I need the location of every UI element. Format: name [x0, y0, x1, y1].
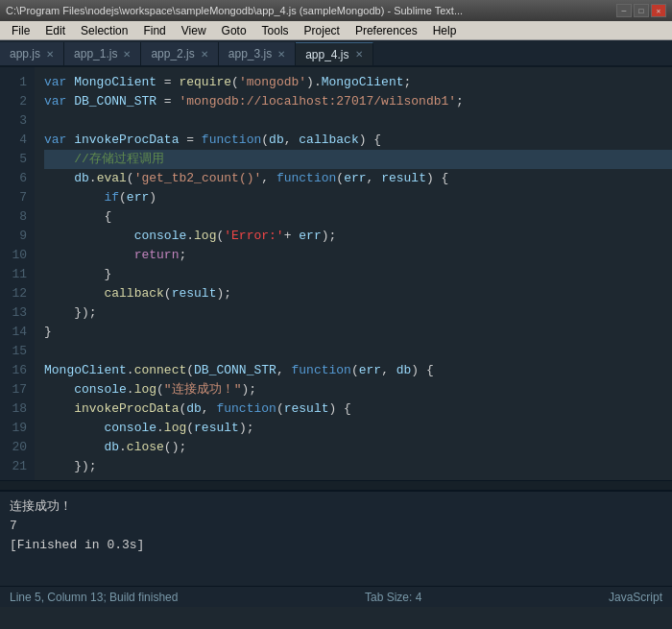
- output-panel: 连接成功！ 7 [Finished in 0.3s]: [0, 490, 672, 586]
- tab-app4-js[interactable]: app_4.js ✕: [296, 42, 372, 65]
- tab-app3-js[interactable]: app_3.js ✕: [219, 42, 296, 65]
- code-line-22: });: [44, 476, 672, 480]
- window-controls[interactable]: ─ □ ✕: [616, 4, 666, 17]
- tab-close-app1-js[interactable]: ✕: [123, 49, 131, 60]
- tab-app2-js[interactable]: app_2.js ✕: [141, 42, 218, 65]
- menu-bar: File Edit Selection Find View Goto Tools…: [0, 21, 672, 40]
- menu-selection[interactable]: Selection: [73, 23, 135, 38]
- line-numbers: 1 2 3 4 5 6 7 8 9 10 11 12 13 14 15 16 1…: [0, 67, 35, 480]
- menu-view[interactable]: View: [174, 23, 214, 38]
- code-line-16: MongoClient.connect(DB_CONN_STR, functio…: [44, 361, 672, 380]
- code-line-20: db.close();: [44, 438, 672, 457]
- tab-close-app2-js[interactable]: ✕: [201, 49, 208, 60]
- code-line-9: console.log('Error:'+ err);: [44, 227, 672, 246]
- maximize-button[interactable]: □: [634, 4, 649, 17]
- code-line-7: if(err): [44, 188, 672, 207]
- editor-area: 1 2 3 4 5 6 7 8 9 10 11 12 13 14 15 16 1…: [0, 67, 672, 480]
- code-line-18: invokeProcData(db, function(result) {: [44, 399, 672, 419]
- code-line-15: [44, 342, 672, 361]
- status-bar: Line 5, Column 13; Build finished Tab Si…: [0, 586, 672, 607]
- menu-find[interactable]: Find: [135, 23, 173, 38]
- scrollbar[interactable]: [0, 480, 672, 490]
- menu-goto[interactable]: Goto: [214, 23, 254, 38]
- code-line-3: [44, 111, 672, 131]
- code-line-14: }: [44, 323, 672, 342]
- tab-bar: app.js ✕ app_1.js ✕ app_2.js ✕ app_3.js …: [0, 40, 672, 67]
- status-middle: Tab Size: 4: [365, 591, 421, 604]
- code-editor[interactable]: var MongoClient = require('mongodb').Mon…: [35, 67, 672, 480]
- menu-preferences[interactable]: Preferences: [348, 23, 425, 38]
- tab-close-app4-js[interactable]: ✕: [355, 49, 363, 60]
- menu-help[interactable]: Help: [425, 23, 465, 38]
- output-line-1: 连接成功！: [10, 497, 662, 517]
- code-line-13: });: [44, 303, 672, 323]
- code-line-17: console.log("连接成功！");: [44, 380, 672, 399]
- code-container[interactable]: 1 2 3 4 5 6 7 8 9 10 11 12 13 14 15 16 1…: [0, 67, 672, 480]
- code-line-21: });: [44, 457, 672, 476]
- title-bar: C:\Program Files\nodejs\workspace\sample…: [0, 0, 672, 21]
- tab-close-app-js[interactable]: ✕: [46, 49, 54, 60]
- tab-app-js[interactable]: app.js ✕: [0, 42, 64, 65]
- code-line-2: var DB_CONN_STR = 'mongodb://localhost:2…: [44, 92, 672, 111]
- tab-close-app3-js[interactable]: ✕: [277, 49, 285, 60]
- window-title: C:\Program Files\nodejs\workspace\sample…: [6, 5, 463, 16]
- menu-project[interactable]: Project: [297, 23, 348, 38]
- close-button[interactable]: ✕: [651, 4, 666, 17]
- menu-tools[interactable]: Tools: [254, 23, 297, 38]
- code-line-4: var invokeProcData = function(db, callba…: [44, 131, 672, 150]
- menu-edit[interactable]: Edit: [37, 23, 73, 38]
- tab-app1-js[interactable]: app_1.js ✕: [64, 42, 141, 65]
- code-line-11: }: [44, 265, 672, 284]
- status-left: Line 5, Column 13; Build finished: [10, 591, 178, 604]
- code-line-10: return;: [44, 246, 672, 265]
- output-line-2: 7: [10, 517, 662, 536]
- code-line-12: callback(result);: [44, 284, 672, 303]
- code-line-6: db.eval('get_tb2_count()', function(err,…: [44, 169, 672, 188]
- output-line-3: [Finished in 0.3s]: [10, 536, 662, 555]
- status-right: JavaScript: [609, 591, 662, 604]
- code-line-19: console.log(result);: [44, 419, 672, 438]
- minimize-button[interactable]: ─: [616, 4, 632, 17]
- code-line-1: var MongoClient = require('mongodb').Mon…: [44, 73, 672, 92]
- code-line-5: //存储过程调用: [44, 150, 672, 169]
- code-line-8: {: [44, 207, 672, 227]
- menu-file[interactable]: File: [4, 23, 37, 38]
